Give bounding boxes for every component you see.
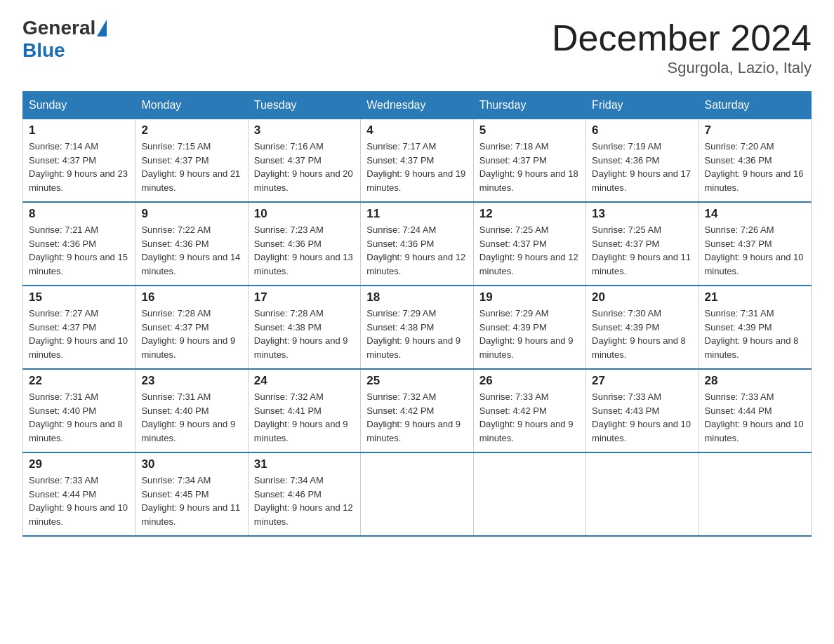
day-info: Sunrise: 7:19 AMSunset: 4:36 PMDaylight:… [592,140,692,194]
day-info: Sunrise: 7:31 AMSunset: 4:40 PMDaylight:… [29,390,129,445]
day-info: Sunrise: 7:26 AMSunset: 4:37 PMDaylight:… [705,223,805,278]
day-info: Sunrise: 7:32 AMSunset: 4:42 PMDaylight:… [366,390,467,445]
day-number: 10 [254,207,355,221]
calendar-cell [699,452,811,536]
logo-blue-text: Blue [22,39,65,61]
day-number: 7 [705,123,805,137]
calendar-cell: 17Sunrise: 7:28 AMSunset: 4:38 PMDayligh… [248,286,360,369]
calendar-cell [361,452,473,536]
day-number: 5 [479,123,580,137]
day-info: Sunrise: 7:25 AMSunset: 4:37 PMDaylight:… [479,223,580,278]
day-info: Sunrise: 7:34 AMSunset: 4:45 PMDaylight:… [141,474,241,528]
calendar-cell: 2Sunrise: 7:15 AMSunset: 4:37 PMDaylight… [135,119,248,203]
calendar-cell [586,452,699,536]
header-saturday: Saturday [699,92,811,119]
calendar-cell: 4Sunrise: 7:17 AMSunset: 4:37 PMDaylight… [361,119,473,203]
day-number: 19 [479,290,580,304]
calendar-cell: 9Sunrise: 7:22 AMSunset: 4:36 PMDaylight… [135,202,248,286]
calendar-cell: 13Sunrise: 7:25 AMSunset: 4:37 PMDayligh… [586,202,699,286]
calendar-cell [473,452,585,536]
calendar-cell: 22Sunrise: 7:31 AMSunset: 4:40 PMDayligh… [23,369,135,452]
day-info: Sunrise: 7:33 AMSunset: 4:43 PMDaylight:… [592,390,692,445]
calendar-cell: 24Sunrise: 7:32 AMSunset: 4:41 PMDayligh… [248,369,360,452]
calendar-cell: 3Sunrise: 7:16 AMSunset: 4:37 PMDaylight… [248,119,360,203]
day-number: 29 [29,457,129,471]
calendar-cell: 18Sunrise: 7:29 AMSunset: 4:38 PMDayligh… [361,286,473,369]
calendar-cell: 14Sunrise: 7:26 AMSunset: 4:37 PMDayligh… [699,202,811,286]
page-header: General Blue December 2024 Sgurgola, Laz… [22,17,812,77]
calendar-cell: 26Sunrise: 7:33 AMSunset: 4:42 PMDayligh… [473,369,585,452]
calendar-cell: 21Sunrise: 7:31 AMSunset: 4:39 PMDayligh… [699,286,811,369]
calendar-cell: 5Sunrise: 7:18 AMSunset: 4:37 PMDaylight… [473,119,585,203]
day-info: Sunrise: 7:31 AMSunset: 4:40 PMDaylight:… [141,390,241,445]
day-number: 17 [254,290,355,304]
day-info: Sunrise: 7:32 AMSunset: 4:41 PMDaylight:… [254,390,355,445]
day-number: 4 [366,123,467,137]
day-number: 20 [592,290,692,304]
week-row-1: 1Sunrise: 7:14 AMSunset: 4:37 PMDaylight… [23,119,812,203]
day-number: 15 [29,290,129,304]
day-info: Sunrise: 7:21 AMSunset: 4:36 PMDaylight:… [29,223,129,278]
day-info: Sunrise: 7:17 AMSunset: 4:37 PMDaylight:… [366,140,467,194]
calendar-cell: 27Sunrise: 7:33 AMSunset: 4:43 PMDayligh… [586,369,699,452]
day-number: 28 [705,374,805,388]
day-info: Sunrise: 7:31 AMSunset: 4:39 PMDaylight:… [705,307,805,361]
calendar-cell: 15Sunrise: 7:27 AMSunset: 4:37 PMDayligh… [23,286,135,369]
month-title: December 2024 [552,17,812,59]
day-info: Sunrise: 7:23 AMSunset: 4:36 PMDaylight:… [254,223,355,278]
calendar-cell: 10Sunrise: 7:23 AMSunset: 4:36 PMDayligh… [248,202,360,286]
calendar-table: SundayMondayTuesdayWednesdayThursdayFrid… [22,91,812,537]
header-thursday: Thursday [473,92,585,119]
calendar-header-row: SundayMondayTuesdayWednesdayThursdayFrid… [23,92,812,119]
day-info: Sunrise: 7:29 AMSunset: 4:39 PMDaylight:… [479,307,580,361]
calendar-cell: 16Sunrise: 7:28 AMSunset: 4:37 PMDayligh… [135,286,248,369]
week-row-3: 15Sunrise: 7:27 AMSunset: 4:37 PMDayligh… [23,286,812,369]
calendar-cell: 19Sunrise: 7:29 AMSunset: 4:39 PMDayligh… [473,286,585,369]
header-monday: Monday [135,92,248,119]
day-number: 2 [141,123,241,137]
day-number: 26 [479,374,580,388]
day-number: 18 [366,290,467,304]
day-info: Sunrise: 7:20 AMSunset: 4:36 PMDaylight:… [705,140,805,194]
day-number: 22 [29,374,129,388]
week-row-2: 8Sunrise: 7:21 AMSunset: 4:36 PMDaylight… [23,202,812,286]
day-number: 14 [705,207,805,221]
day-info: Sunrise: 7:25 AMSunset: 4:37 PMDaylight:… [592,223,692,278]
day-number: 30 [141,457,241,471]
calendar-cell: 31Sunrise: 7:34 AMSunset: 4:46 PMDayligh… [248,452,360,536]
day-number: 21 [705,290,805,304]
day-number: 13 [592,207,692,221]
day-info: Sunrise: 7:28 AMSunset: 4:37 PMDaylight:… [141,307,241,361]
day-info: Sunrise: 7:22 AMSunset: 4:36 PMDaylight:… [141,223,241,278]
location-label: Sgurgola, Lazio, Italy [552,59,812,77]
day-info: Sunrise: 7:14 AMSunset: 4:37 PMDaylight:… [29,140,129,194]
day-number: 11 [366,207,467,221]
day-info: Sunrise: 7:15 AMSunset: 4:37 PMDaylight:… [141,140,241,194]
day-number: 23 [141,374,241,388]
header-wednesday: Wednesday [361,92,473,119]
day-number: 8 [29,207,129,221]
logo-general-text: General [22,17,95,39]
day-info: Sunrise: 7:29 AMSunset: 4:38 PMDaylight:… [366,307,467,361]
day-info: Sunrise: 7:34 AMSunset: 4:46 PMDaylight:… [254,474,355,528]
day-info: Sunrise: 7:18 AMSunset: 4:37 PMDaylight:… [479,140,580,194]
day-number: 3 [254,123,355,137]
calendar-cell: 23Sunrise: 7:31 AMSunset: 4:40 PMDayligh… [135,369,248,452]
calendar-cell: 11Sunrise: 7:24 AMSunset: 4:36 PMDayligh… [361,202,473,286]
week-row-5: 29Sunrise: 7:33 AMSunset: 4:44 PMDayligh… [23,452,812,536]
calendar-cell: 29Sunrise: 7:33 AMSunset: 4:44 PMDayligh… [23,452,135,536]
day-info: Sunrise: 7:33 AMSunset: 4:44 PMDaylight:… [705,390,805,445]
week-row-4: 22Sunrise: 7:31 AMSunset: 4:40 PMDayligh… [23,369,812,452]
day-info: Sunrise: 7:28 AMSunset: 4:38 PMDaylight:… [254,307,355,361]
header-tuesday: Tuesday [248,92,360,119]
title-section: December 2024 Sgurgola, Lazio, Italy [552,17,812,77]
day-info: Sunrise: 7:24 AMSunset: 4:36 PMDaylight:… [366,223,467,278]
calendar-cell: 20Sunrise: 7:30 AMSunset: 4:39 PMDayligh… [586,286,699,369]
day-number: 31 [254,457,355,471]
calendar-cell: 8Sunrise: 7:21 AMSunset: 4:36 PMDaylight… [23,202,135,286]
day-number: 6 [592,123,692,137]
day-number: 24 [254,374,355,388]
logo: General Blue [22,17,108,62]
day-info: Sunrise: 7:33 AMSunset: 4:42 PMDaylight:… [479,390,580,445]
calendar-cell: 6Sunrise: 7:19 AMSunset: 4:36 PMDaylight… [586,119,699,203]
